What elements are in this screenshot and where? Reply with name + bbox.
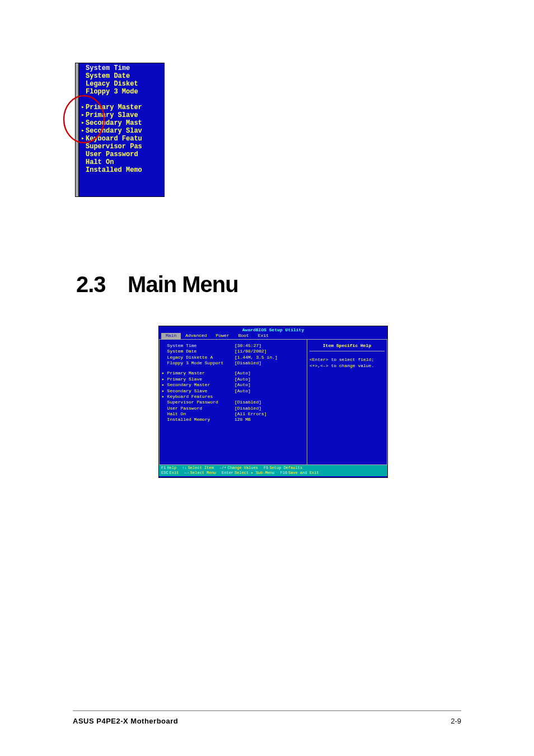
bios-zoom-line: Installed Memo <box>86 166 142 174</box>
bios-zoom-crop: System TimeSystem DateLegacy DisketFlopp… <box>75 63 165 197</box>
footer-desc: Select Item <box>188 466 214 471</box>
submenu-marker-icon: ▸ <box>81 135 85 142</box>
footer-desc: Help <box>167 466 176 471</box>
setting-value: [Disabled] <box>235 400 261 405</box>
footer-brand: ASUS P4PE2-X Motherboard <box>73 717 178 725</box>
setting-label: System Date <box>162 349 235 354</box>
page-number: 2-9 <box>451 717 461 725</box>
setting-label: Installed Memory <box>162 417 235 422</box>
bios-zoom-line: System Date <box>86 72 130 80</box>
footer-desc: Exit <box>170 471 179 476</box>
setting-value: [11/08/2002] <box>235 349 267 354</box>
page-footer: ASUS P4PE2-X Motherboard 2-9 <box>73 717 461 725</box>
footer-desc: Save and Exit <box>288 471 319 476</box>
bios-setting-row[interactable]: Halt On[All Errors] <box>162 411 305 417</box>
setting-label: Halt On <box>162 411 235 417</box>
page-divider <box>73 710 461 711</box>
bios-zoom-line: Secondary Mast <box>86 119 142 127</box>
bios-zoom-line: Floppy 3 Mode <box>86 88 138 96</box>
bios-setting-row[interactable]: ▸ Keyboard Features <box>162 394 305 400</box>
setting-value: [Auto] <box>235 370 251 376</box>
section-title: Main Menu <box>128 272 238 297</box>
footer-key: F1 <box>161 466 166 471</box>
footer-key: -/+ <box>219 466 227 471</box>
bios-setting-row[interactable]: ▸ Primary Master[Auto] <box>162 370 305 376</box>
submenu-marker-icon: ▸ <box>81 127 85 134</box>
setting-label: Legacy Diskette A <box>162 355 235 360</box>
footer-desc: Select Menu <box>190 471 216 476</box>
setting-value: [1.44M, 3.5 in.] <box>235 355 278 360</box>
bios-zoom-line: System Time <box>86 64 130 72</box>
bios-zoom-line: User Password <box>86 151 138 158</box>
footer-key: F10 <box>280 471 288 476</box>
bios-tab-exit[interactable]: Exit <box>254 333 273 339</box>
setting-label: ▸ Secondary Master <box>162 382 235 388</box>
bios-screenshot: AwardBIOS Setup Utility MainAdvancedPowe… <box>158 326 388 478</box>
bios-setting-row[interactable]: Installed Memory128 MB <box>162 417 305 422</box>
footer-desc: Setup Defaults <box>269 466 302 471</box>
bios-tab-power[interactable]: Power <box>212 333 234 339</box>
setting-label: User Password <box>162 406 235 411</box>
bios-title: AwardBIOS Setup Utility <box>159 326 387 333</box>
bios-setting-row[interactable]: User Password[Disabled] <box>162 406 305 411</box>
setting-value: [Disabled] <box>235 360 261 366</box>
footer-desc: Select ▸ Sub-Menu <box>235 471 274 476</box>
bios-setting-row[interactable]: Floppy 3 Mode Support[Disabled] <box>162 360 305 366</box>
setting-value: [All Errors] <box>235 411 267 417</box>
bios-setting-row[interactable]: System Date[11/08/2002] <box>162 349 305 354</box>
submenu-marker-icon: ▸ <box>81 104 85 110</box>
footer-key: Enter <box>222 471 233 476</box>
bios-zoom-line: Secondary Slav <box>86 127 142 135</box>
bios-setting-row[interactable]: Legacy Diskette A[1.44M, 3.5 in.] <box>162 355 305 360</box>
bios-setting-row[interactable]: ▸ Primary Slave[Auto] <box>162 377 305 382</box>
help-text-1: <Enter> to select field; <box>310 357 385 363</box>
bios-setting-row[interactable]: ▸ Secondary Slave[Auto] <box>162 388 305 394</box>
bios-zoom-line: Legacy Disket <box>86 80 138 88</box>
bios-menubar: MainAdvancedPowerBootExit <box>159 333 387 339</box>
setting-value: [Disabled] <box>235 406 261 411</box>
submenu-marker-icon: ▸ <box>81 119 85 126</box>
bios-zoom-line: Supervisor Pas <box>86 143 142 151</box>
footer-key: ↑↓ <box>182 466 186 471</box>
bios-setting-row[interactable]: System Time[30:45:27] <box>162 343 305 349</box>
setting-label: Floppy 3 Mode Support <box>162 360 235 366</box>
section-heading: 2.3 Main Menu <box>76 272 238 297</box>
bios-zoom-line: Halt On <box>86 158 114 166</box>
bios-tab-advanced[interactable]: Advanced <box>181 333 211 339</box>
setting-label: System Time <box>162 343 235 349</box>
footer-key: ←→ <box>184 471 189 476</box>
footer-desc: Change Values <box>227 466 258 471</box>
bios-zoom-line: Keyboard Featu <box>86 135 142 143</box>
footer-key: F5 <box>264 466 268 471</box>
setting-label: ▸ Secondary Slave <box>162 388 235 394</box>
bios-settings-pane: System Time[30:45:27] System Date[11/08/… <box>159 339 307 465</box>
bios-zoom-line: Primary Slave <box>86 111 138 119</box>
bios-content: System Time[30:45:27] System Date[11/08/… <box>159 339 387 465</box>
bios-tab-boot[interactable]: Boot <box>234 333 254 339</box>
setting-label: ▸ Keyboard Features <box>162 394 235 400</box>
setting-value: [Auto] <box>235 388 251 394</box>
setting-value: [30:45:27] <box>235 343 261 349</box>
bios-help-pane: Item Specific Help <Enter> to select fie… <box>307 339 387 465</box>
setting-label: Supervisor Password <box>162 400 235 405</box>
help-text-2: <+>,<-> to change value. <box>310 363 385 369</box>
setting-value: [Auto] <box>235 382 251 388</box>
footer-key: ESC <box>161 471 168 476</box>
highlighted-value: 30 <box>237 343 243 348</box>
bios-footer-bar: F1Help↑↓Select Item-/+Change ValuesF5Set… <box>159 465 387 476</box>
setting-label: ▸ Primary Master <box>162 370 235 376</box>
help-header: Item Specific Help <box>310 342 385 351</box>
bios-tab-main[interactable]: Main <box>161 333 181 339</box>
setting-label: ▸ Primary Slave <box>162 377 235 382</box>
setting-value: 128 MB <box>235 417 251 422</box>
submenu-marker-icon: ▸ <box>81 111 85 118</box>
setting-value: [Auto] <box>235 377 251 382</box>
bios-setting-row[interactable]: Supervisor Password[Disabled] <box>162 400 305 405</box>
bios-zoom-line: Primary Master <box>86 104 142 111</box>
section-number: 2.3 <box>76 272 106 297</box>
bios-setting-row[interactable]: ▸ Secondary Master[Auto] <box>162 382 305 388</box>
